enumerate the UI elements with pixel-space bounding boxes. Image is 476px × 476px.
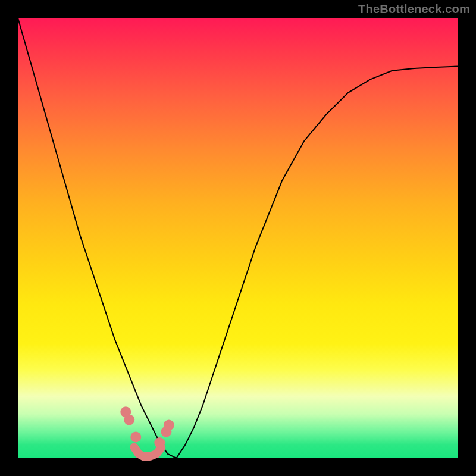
bottleneck-curve-svg xyxy=(18,18,458,458)
watermark-label: TheBottleneck.com xyxy=(358,2,470,16)
bottleneck-curve xyxy=(18,18,458,458)
chart-plot-area xyxy=(18,18,458,458)
curve-marker-dot xyxy=(124,415,134,425)
curve-marker-dot xyxy=(130,432,141,443)
curve-marker-dot xyxy=(164,420,174,431)
curve-markers xyxy=(120,406,174,448)
valley-marker xyxy=(134,447,161,457)
curve-marker-dot xyxy=(154,437,165,448)
